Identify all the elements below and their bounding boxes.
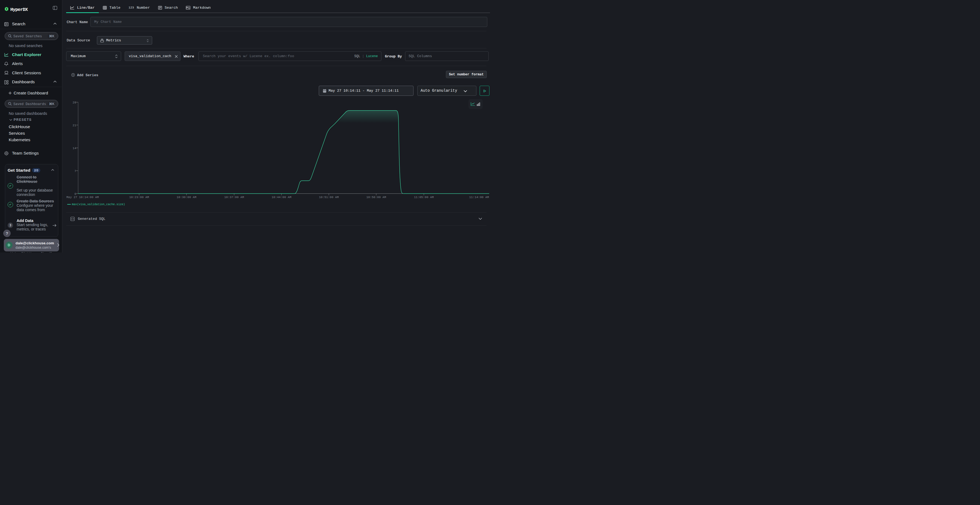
- svg-text:21: 21: [73, 124, 76, 127]
- svg-text:10:44:00 AM: 10:44:00 AM: [272, 195, 291, 199]
- svg-text:7: 7: [74, 170, 76, 173]
- svg-text:11:05:00 AM: 11:05:00 AM: [414, 195, 434, 199]
- svg-text:11:14:00 AM: 11:14:00 AM: [469, 195, 489, 199]
- svg-text:28: 28: [73, 101, 76, 104]
- svg-text:10:51:00 AM: 10:51:00 AM: [319, 195, 339, 199]
- svg-text:10:23:00 AM: 10:23:00 AM: [129, 195, 149, 199]
- svg-text:14: 14: [73, 147, 76, 150]
- svg-text:10:30:00 AM: 10:30:00 AM: [177, 195, 197, 199]
- svg-text:0: 0: [74, 192, 76, 195]
- svg-text:May 27 10:14:00 AM: May 27 10:14:00 AM: [67, 195, 99, 199]
- svg-text:10:37:00 AM: 10:37:00 AM: [224, 195, 244, 199]
- svg-text:10:58:00 AM: 10:58:00 AM: [366, 195, 386, 199]
